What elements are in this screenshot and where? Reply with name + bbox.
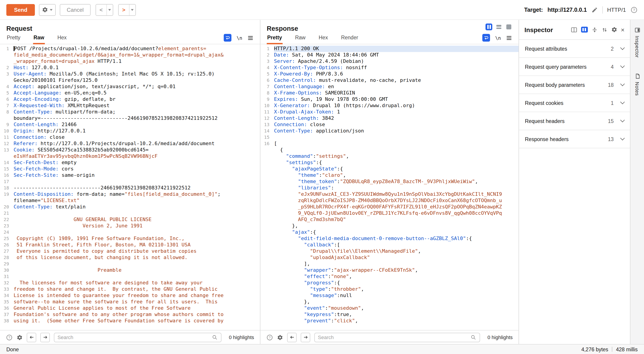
- search-next-button[interactable]: [301, 333, 310, 342]
- close-icon[interactable]: ×: [621, 26, 624, 33]
- line-number: 12: [260, 115, 274, 122]
- show-newlines-toggle[interactable]: \n: [237, 35, 242, 40]
- layout-columns-button[interactable]: [486, 23, 492, 30]
- line-number: 7: [0, 103, 14, 109]
- response-search-input[interactable]: [318, 335, 471, 340]
- target-value: http://127.0.0.1: [548, 6, 587, 13]
- inspector-section-request-attributes[interactable]: Request attributes2: [519, 40, 630, 58]
- inspector-section-request-headers[interactable]: Request headers15: [519, 112, 630, 130]
- line-number: [260, 236, 274, 242]
- request-editor[interactable]: 1POST /Projects/drupal-10.2.6/media/add/…: [0, 44, 260, 330]
- tab-hex[interactable]: Hex: [318, 32, 328, 44]
- code-line: 38using it. (Some other Free Software Fo…: [0, 318, 260, 324]
- response-editor-tools: \n: [482, 34, 512, 44]
- code-line: _pS9HLbR7ROcrPX4f-eqKGrOQ00FAFYFsR7IFZL9…: [260, 204, 518, 210]
- tab-hex[interactable]: Hex: [57, 32, 67, 44]
- search-prev-button[interactable]: [287, 333, 297, 342]
- response-editor[interactable]: 1HTTP/1.1 200 OK2Date: Sat, 04 May 2024 …: [260, 44, 518, 330]
- section-label: Request cookies: [525, 100, 564, 106]
- side-tab-notes[interactable]: Notes: [634, 71, 640, 99]
- code-line: "ajax":{: [260, 229, 518, 236]
- code-line: "effect":"none",: [260, 274, 518, 280]
- pencil-edit-target-icon[interactable]: [591, 6, 598, 13]
- inspector-section-request-query-parameters[interactable]: Request query parameters4: [519, 58, 630, 76]
- code-line: "settings":{: [260, 160, 518, 166]
- back-button[interactable]: <: [96, 4, 106, 15]
- line-number: [260, 242, 274, 248]
- line-number: 5: [0, 90, 14, 96]
- code-line: 25 Copyright (C) 1989, 1991 Free Softwar…: [0, 236, 260, 242]
- code-line: "progress":{: [260, 280, 518, 286]
- code-line: "Drupal\\file\\Element\\ManagedFile",: [260, 248, 518, 255]
- code-line: "callback":[: [260, 242, 518, 248]
- target-label: Target:: [524, 6, 543, 13]
- status-metrics: 4,276 bytes 428 millis: [581, 347, 638, 352]
- arrow-left-icon: [29, 335, 34, 340]
- tab-raw[interactable]: Raw: [294, 32, 306, 44]
- search-help-icon[interactable]: ?: [266, 334, 273, 341]
- search-settings-gear-icon[interactable]: [277, 334, 283, 340]
- search-next-button[interactable]: [40, 333, 50, 342]
- search-prev-button[interactable]: [27, 333, 36, 342]
- layout-rows-button[interactable]: [496, 23, 502, 30]
- section-label: Request query parameters: [525, 64, 586, 69]
- caret-down-icon: [50, 9, 53, 11]
- help-icon[interactable]: ?: [630, 6, 638, 13]
- line-number: 22: [0, 216, 14, 223]
- http-version-label[interactable]: HTTP/1: [607, 6, 626, 13]
- line-number: 16: [260, 141, 274, 147]
- line-number: 8: [260, 90, 274, 96]
- main-area: Request PrettyRawHex \n: [0, 20, 644, 344]
- cancel-button[interactable]: Cancel: [60, 4, 90, 15]
- editor-menu-icon[interactable]: [247, 35, 254, 41]
- code-line: "message":null: [260, 293, 518, 299]
- tab-render[interactable]: Render: [340, 32, 358, 44]
- panes-outline-icon[interactable]: [571, 26, 578, 33]
- request-search-input[interactable]: [58, 335, 212, 340]
- search-settings-gear-icon[interactable]: [17, 334, 23, 340]
- response-panel: Response PrettyRawHexRender \n: [260, 20, 519, 344]
- sort-updown-icon[interactable]: [602, 26, 608, 33]
- tab-pretty[interactable]: Pretty: [267, 32, 282, 44]
- side-tab-inspector[interactable]: Inspector: [634, 24, 640, 61]
- line-number: [260, 185, 274, 191]
- line-number: 32: [0, 280, 14, 286]
- search-help-icon[interactable]: ?: [6, 334, 13, 341]
- layout-single-button[interactable]: [506, 23, 512, 30]
- tab-raw[interactable]: Raw: [33, 32, 44, 44]
- forward-button[interactable]: >: [118, 4, 129, 15]
- line-number: [260, 216, 274, 223]
- soft-wrap-toggle[interactable]: [482, 34, 490, 42]
- code-line: },: [260, 223, 518, 229]
- send-options-button[interactable]: [39, 4, 56, 15]
- back-history-dropdown[interactable]: [106, 4, 112, 15]
- status-text: Done: [6, 347, 19, 352]
- code-line: 6Cache-Control: must-revalidate, no-cach…: [260, 77, 518, 84]
- code-line: 19Content-Disposition: form-data; name="…: [0, 191, 260, 197]
- code-line: 13Cookie: SESS05d4275ca1538832b5ab92000b…: [0, 147, 260, 153]
- inspector-section-request-body-parameters[interactable]: Request body parameters18: [519, 76, 630, 94]
- code-line: "prevent":"click",: [260, 318, 518, 324]
- code-line: 17: [0, 178, 260, 185]
- forward-history-dropdown[interactable]: [129, 4, 135, 15]
- code-line: ],: [260, 261, 518, 267]
- panes-filled-icon[interactable]: [581, 27, 588, 32]
- collapse-all-icon[interactable]: [592, 26, 598, 33]
- editor-menu-icon[interactable]: [506, 35, 512, 41]
- inspector-section-request-cookies[interactable]: Request cookies1: [519, 94, 630, 112]
- send-button[interactable]: Send: [6, 4, 35, 15]
- response-title: Response: [267, 25, 298, 32]
- inspector-settings-gear-icon[interactable]: [612, 27, 617, 32]
- line-number: [260, 153, 274, 160]
- request-search-row: ? 0 highlights: [0, 330, 260, 344]
- code-line: AFQ_c7md3shm7bQ": [260, 216, 518, 223]
- code-line: 29: [0, 261, 260, 267]
- soft-wrap-toggle[interactable]: [224, 34, 232, 42]
- code-line: "command":"settings",: [260, 153, 518, 160]
- tab-pretty[interactable]: Pretty: [6, 32, 21, 44]
- show-newlines-toggle[interactable]: \n: [495, 35, 501, 40]
- chevron-down-icon: [620, 136, 625, 140]
- response-tabs-row: PrettyRawHexRender \n: [260, 32, 518, 44]
- inspector-section-response-headers[interactable]: Response headers13: [519, 130, 630, 148]
- line-number: 6: [0, 96, 14, 103]
